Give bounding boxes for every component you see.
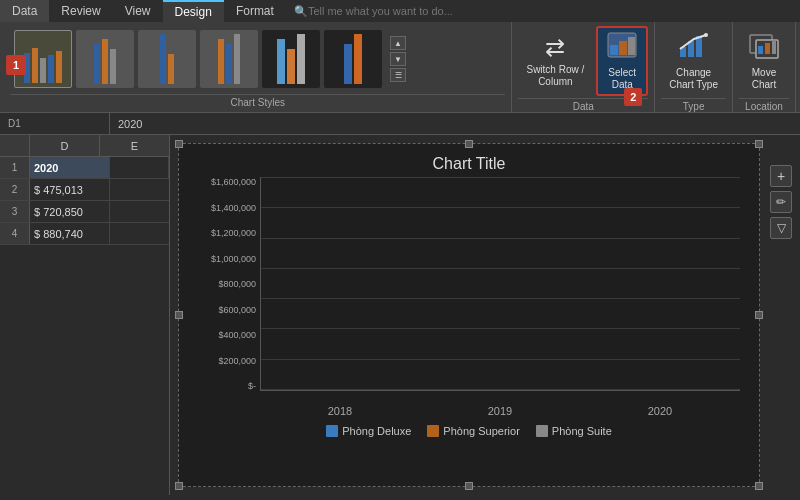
type-group: ChangeChart Type Type [655,22,733,112]
switch-label: Switch Row /Column [526,64,584,88]
scroll-arrows: ▲ ▼ ☰ [390,36,406,82]
y-label-6: $600,000 [218,305,256,315]
legend-color-deluxe [326,425,338,437]
chart-style-4[interactable] [200,30,258,88]
tab-design[interactable]: Design [163,0,224,22]
legend-color-superior [427,425,439,437]
legend-deluxe: Phòng Deluxe [326,425,411,437]
tab-view[interactable]: View [113,0,163,22]
tab-review[interactable]: Review [49,0,112,22]
y-label-7: $400,000 [218,330,256,340]
chart-style-5[interactable] [262,30,320,88]
y-label-9: $- [248,381,256,391]
tab-format[interactable]: Format [224,0,286,22]
y-label-5: $800,000 [218,279,256,289]
row-num-3: 3 [0,201,30,222]
location-group: MoveChart Location [733,22,796,112]
ribbon-content: 1 [0,22,800,113]
location-group-label: Location [739,98,789,112]
chart-style-6[interactable] [324,30,382,88]
move-chart-btn[interactable]: MoveChart [739,26,789,96]
change-type-label: ChangeChart Type [669,67,718,91]
search-input[interactable] [308,5,508,17]
data-group: ⇄ Switch Row /Column SelectDat [512,22,655,112]
switch-icon: ⇄ [545,34,565,62]
chart-filter-btn[interactable]: ▽ [770,217,792,239]
y-label-8: $200,000 [218,356,256,366]
y-label-2: $1,400,000 [211,203,256,213]
svg-rect-11 [765,43,770,54]
scroll-more[interactable]: ☰ [390,68,406,82]
x-label-2018: 2018 [328,405,352,417]
row-num-1: 1 [0,157,30,178]
ribbon-tabs: Data Review View Design Format 🔍 [0,0,800,22]
chart-title: Chart Title [178,143,760,177]
app-container: Data Review View Design Format 🔍 1 [0,0,800,495]
type-group-label: Type [661,98,726,112]
cell-E1[interactable] [110,157,169,178]
legend-superior: Phòng Superior [427,425,519,437]
y-label-3: $1,200,000 [211,228,256,238]
col-header-D: D [30,135,100,156]
svg-rect-6 [696,36,702,57]
cell-E3[interactable] [110,201,169,222]
chart-styles-label: Chart Styles [10,94,505,108]
cell-D2[interactable]: $ 475,013 [30,179,110,200]
move-chart-label: MoveChart [752,67,776,91]
chart-style-btn[interactable]: ✏ [770,191,792,213]
add-element-btn[interactable]: + [770,165,792,187]
legend-suite: Phòng Suite [536,425,612,437]
cell-D4[interactable]: $ 880,740 [30,223,110,244]
chart-style-2[interactable] [76,30,134,88]
x-label-2019: 2019 [488,405,512,417]
col-header-E: E [100,135,169,156]
tab-data[interactable]: Data [0,0,49,22]
cell-D3[interactable]: $ 720,850 [30,201,110,222]
scroll-down[interactable]: ▼ [390,52,406,66]
cell-E4[interactable] [110,223,169,244]
svg-rect-12 [772,40,776,54]
change-chart-type-btn[interactable]: ChangeChart Type [661,26,726,96]
change-type-icon [678,31,710,65]
move-chart-icon [748,31,780,65]
legend-label-superior: Phòng Superior [443,425,519,437]
cell-E2[interactable] [110,179,169,200]
svg-rect-2 [619,41,627,55]
legend-label-deluxe: Phòng Deluxe [342,425,411,437]
legend-label-suite: Phòng Suite [552,425,612,437]
chart-legend: Phòng Deluxe Phòng Superior Phòng Suite [178,421,760,441]
chart-style-3[interactable] [138,30,196,88]
select-data-icon [606,31,638,65]
chart-styles-group: 1 [4,22,512,112]
svg-point-7 [704,33,708,37]
badge-1: 1 [6,55,26,75]
switch-row-column-btn[interactable]: ⇄ Switch Row /Column [518,26,592,96]
badge-2: 2 [624,88,642,106]
select-data-btn[interactable]: SelectData 2 [596,26,648,96]
cell-D1[interactable]: 2020 [30,157,110,178]
scroll-up[interactable]: ▲ [390,36,406,50]
chart-side-buttons: + ✏ ▽ [770,165,792,239]
x-label-2020: 2020 [648,405,672,417]
svg-rect-10 [758,46,763,54]
legend-color-suite [536,425,548,437]
y-label-4: $1,000,000 [211,254,256,264]
y-label-1: $1,600,000 [211,177,256,187]
svg-rect-3 [628,37,635,55]
svg-rect-1 [610,45,618,55]
row-num-2: 2 [0,179,30,200]
row-num-4: 4 [0,223,30,244]
